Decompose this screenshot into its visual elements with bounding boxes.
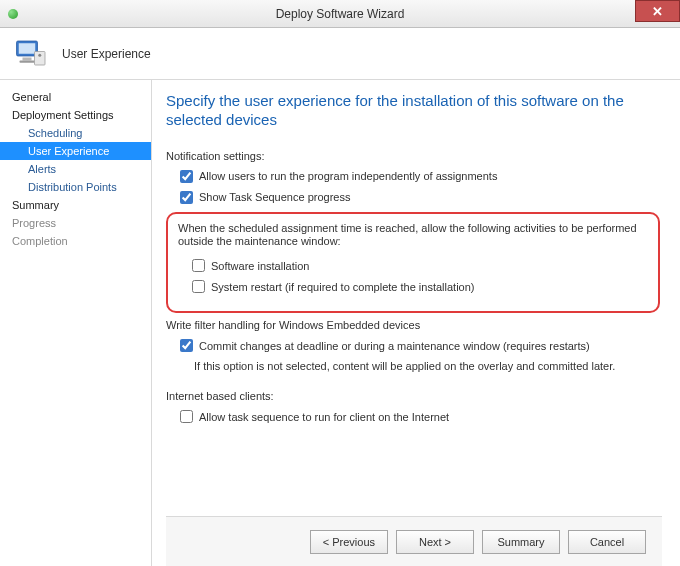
checkbox-system-restart-label: System restart (if required to complete … [211, 281, 475, 293]
checkbox-commit-changes-input[interactable] [180, 339, 193, 352]
checkbox-show-task-seq-input[interactable] [180, 191, 193, 204]
sidebar-item-user-experience[interactable]: User Experience [0, 142, 151, 160]
window-title: Deploy Software Wizard [276, 7, 405, 21]
page-heading: Specify the user experience for the inst… [166, 92, 662, 130]
write-filter-label: Write filter handling for Windows Embedd… [166, 319, 662, 331]
titlebar: Deploy Software Wizard ✕ [0, 0, 680, 28]
sidebar-item-distribution-points[interactable]: Distribution Points [0, 178, 151, 196]
sidebar-item-summary[interactable]: Summary [0, 196, 151, 214]
maintenance-window-desc: When the scheduled assignment time is re… [178, 222, 648, 250]
next-button[interactable]: Next > [396, 530, 474, 554]
checkbox-allow-independent-input[interactable] [180, 170, 193, 183]
previous-button[interactable]: < Previous [310, 530, 388, 554]
summary-button[interactable]: Summary [482, 530, 560, 554]
checkbox-allow-internet[interactable]: Allow task sequence to run for client on… [180, 410, 662, 423]
checkbox-software-install[interactable]: Software installation [192, 259, 648, 272]
checkbox-show-task-seq-label: Show Task Sequence progress [199, 191, 350, 203]
sidebar-item-scheduling[interactable]: Scheduling [0, 124, 151, 142]
computer-icon [12, 35, 48, 73]
internet-clients-label: Internet based clients: [166, 390, 662, 402]
checkbox-commit-changes[interactable]: Commit changes at deadline or during a m… [180, 339, 662, 352]
svg-rect-1 [19, 43, 36, 54]
wizard-footer: < Previous Next > Summary Cancel [166, 516, 662, 566]
svg-rect-4 [35, 51, 46, 65]
main-panel: Specify the user experience for the inst… [152, 80, 680, 566]
sidebar-item-general[interactable]: General [0, 88, 151, 106]
sidebar-item-completion[interactable]: Completion [0, 232, 151, 250]
sidebar-item-deployment-settings[interactable]: Deployment Settings [0, 106, 151, 124]
close-icon: ✕ [652, 4, 663, 19]
svg-point-5 [38, 53, 41, 56]
commit-changes-note: If this option is not selected, content … [194, 360, 662, 372]
checkbox-commit-changes-label: Commit changes at deadline or during a m… [199, 340, 590, 352]
svg-rect-2 [23, 57, 32, 60]
wizard-steps-sidebar: General Deployment Settings Scheduling U… [0, 80, 152, 566]
window-icon [8, 9, 18, 19]
checkbox-system-restart-input[interactable] [192, 280, 205, 293]
checkbox-allow-independent-label: Allow users to run the program independe… [199, 170, 497, 182]
banner-title: User Experience [62, 47, 151, 61]
cancel-button[interactable]: Cancel [568, 530, 646, 554]
checkbox-allow-internet-label: Allow task sequence to run for client on… [199, 411, 449, 423]
svg-rect-3 [20, 60, 35, 62]
sidebar-item-progress[interactable]: Progress [0, 214, 151, 232]
notification-settings-label: Notification settings: [166, 150, 662, 162]
checkbox-software-install-label: Software installation [211, 260, 309, 272]
wizard-banner: User Experience [0, 28, 680, 80]
checkbox-allow-internet-input[interactable] [180, 410, 193, 423]
checkbox-allow-independent[interactable]: Allow users to run the program independe… [180, 170, 662, 183]
maintenance-window-group: When the scheduled assignment time is re… [166, 212, 660, 314]
checkbox-software-install-input[interactable] [192, 259, 205, 272]
sidebar-item-alerts[interactable]: Alerts [0, 160, 151, 178]
checkbox-system-restart[interactable]: System restart (if required to complete … [192, 280, 648, 293]
close-button[interactable]: ✕ [635, 0, 680, 22]
checkbox-show-task-seq[interactable]: Show Task Sequence progress [180, 191, 662, 204]
